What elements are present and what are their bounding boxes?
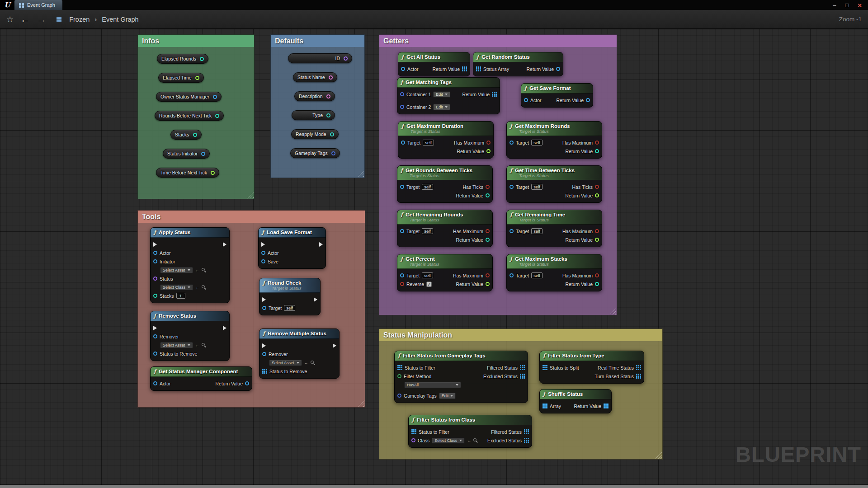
exec-pin[interactable] xyxy=(153,242,157,247)
object-pin[interactable] xyxy=(201,152,205,156)
object-pin[interactable] xyxy=(400,273,404,277)
object-pin[interactable] xyxy=(524,98,528,102)
variable-node-time-before-next-tick[interactable]: Time Before Next Tick xyxy=(156,168,219,178)
variable-node-gameplay-tags[interactable]: Gameplay Tags xyxy=(290,148,340,158)
browse-icon[interactable] xyxy=(311,361,315,365)
edit-button[interactable]: Edit xyxy=(439,393,456,399)
struct-pin[interactable] xyxy=(400,92,404,96)
exec-pin[interactable] xyxy=(262,297,266,302)
node-round-check[interactable]: ƒRound CheckTarget is StatusTargetself xyxy=(259,278,321,315)
exec-pin[interactable] xyxy=(223,242,226,247)
node-filter-status-from-class[interactable]: ƒFilter Status from ClassStatus to Filte… xyxy=(408,415,532,448)
tab-event-graph[interactable]: Event Graph xyxy=(14,0,62,10)
class-pin[interactable] xyxy=(153,277,157,281)
array-pin[interactable] xyxy=(604,404,609,408)
variable-node-owner-status-manager[interactable]: Owner Status Manager xyxy=(156,92,222,102)
array-pin[interactable] xyxy=(462,66,467,71)
exec-pin[interactable] xyxy=(262,343,266,348)
array-pin[interactable] xyxy=(262,369,267,374)
object-pin[interactable] xyxy=(586,98,590,102)
object-pin[interactable] xyxy=(153,381,157,385)
id-pin[interactable] xyxy=(344,56,348,61)
int-pin[interactable] xyxy=(153,294,157,298)
bool-pin[interactable] xyxy=(595,229,599,233)
object-pin[interactable] xyxy=(401,67,405,71)
array-pin[interactable] xyxy=(476,66,481,71)
variable-node-reapply-mode[interactable]: Reapply Mode xyxy=(291,129,339,139)
array-pin[interactable] xyxy=(524,438,529,443)
variable-node-type[interactable]: Type xyxy=(292,110,335,120)
node-filter-status-from-type[interactable]: ƒFilter Status from TypeStatus to SplitR… xyxy=(539,351,644,384)
select-asset-dropdown[interactable]: Select Asset xyxy=(269,360,302,366)
self-reference-box[interactable]: self xyxy=(531,140,542,145)
select-asset-dropdown[interactable]: Select Asset xyxy=(160,342,193,348)
bool-pin[interactable] xyxy=(486,229,490,233)
select-class-dropdown[interactable]: Select Class xyxy=(432,437,465,444)
text-pin[interactable] xyxy=(329,75,333,80)
bool-pin[interactable] xyxy=(400,282,404,286)
byte-pin[interactable] xyxy=(397,374,401,378)
array-pin[interactable] xyxy=(492,92,497,97)
object-pin[interactable] xyxy=(153,334,157,338)
checkbox[interactable]: ✓ xyxy=(426,282,432,287)
node-get-remaining-rounds[interactable]: ƒGet Remaining RoundsTarget is StatusTar… xyxy=(397,210,493,247)
object-pin[interactable] xyxy=(213,95,217,99)
exec-pin[interactable] xyxy=(314,297,317,302)
object-pin[interactable] xyxy=(509,229,514,233)
int-pin[interactable] xyxy=(486,238,490,242)
int-pin[interactable] xyxy=(595,149,599,153)
array-pin[interactable] xyxy=(520,374,525,379)
back-arrow-icon[interactable]: ← xyxy=(20,14,30,25)
self-reference-box[interactable]: self xyxy=(284,305,295,311)
variable-node-elapsed-time[interactable]: Elapsed Time xyxy=(158,73,204,83)
int-pin[interactable] xyxy=(200,57,204,61)
self-reference-box[interactable]: self xyxy=(531,228,542,234)
float-pin[interactable] xyxy=(195,76,199,80)
node-get-random-status[interactable]: ƒGet Random StatusStatus ArrayReturn Val… xyxy=(473,52,563,76)
exec-pin[interactable] xyxy=(261,242,265,247)
browse-icon[interactable] xyxy=(202,268,206,272)
edit-button[interactable]: Edit xyxy=(433,91,450,98)
object-pin[interactable] xyxy=(153,259,157,263)
struct-pin[interactable] xyxy=(400,105,404,109)
variable-node-rounds-before-next-tick[interactable]: Rounds Before Next Tick xyxy=(155,111,224,121)
use-selected-icon[interactable]: ← xyxy=(304,361,308,365)
bool-pin[interactable] xyxy=(595,273,599,277)
object-pin[interactable] xyxy=(261,259,265,263)
struct-pin[interactable] xyxy=(331,151,335,155)
use-selected-icon[interactable]: ← xyxy=(467,438,471,443)
node-get-matching-tags[interactable]: ƒGet Matching TagsContainer 1EditReturn … xyxy=(397,77,500,114)
browse-icon[interactable] xyxy=(202,343,206,347)
object-pin[interactable] xyxy=(261,251,265,255)
enum-pin[interactable] xyxy=(330,132,334,136)
node-get-time-between-ticks[interactable]: ƒGet Time Between TicksTarget is StatusT… xyxy=(506,165,602,203)
close-button[interactable]: × xyxy=(858,1,862,9)
object-pin[interactable] xyxy=(509,273,514,277)
node-filter-status-from-gameplay-tags[interactable]: ƒFilter Status from Gameplay TagsStatus … xyxy=(394,351,528,403)
dropdown-dropdown[interactable]: HasAll xyxy=(404,382,461,388)
bool-pin[interactable] xyxy=(486,141,491,145)
object-pin[interactable] xyxy=(556,67,560,71)
exec-pin[interactable] xyxy=(223,326,226,330)
use-selected-icon[interactable]: ← xyxy=(195,285,199,290)
exec-pin[interactable] xyxy=(319,242,323,247)
variable-node-description[interactable]: Description xyxy=(294,91,335,101)
exec-pin[interactable] xyxy=(333,343,336,348)
node-remove-multiple-status[interactable]: ƒRemove Multiple StatusRemoverSelect Ass… xyxy=(259,328,340,379)
breadcrumb-root[interactable]: Frozen xyxy=(69,16,90,23)
browse-icon[interactable] xyxy=(202,285,206,290)
variable-node-elapsed-rounds[interactable]: Elapsed Rounds xyxy=(157,54,208,64)
self-reference-box[interactable]: self xyxy=(423,140,434,145)
self-reference-box[interactable]: self xyxy=(531,184,542,190)
node-get-maximum-stacks[interactable]: ƒGet Maximum StacksTarget is StatusTarge… xyxy=(506,254,602,291)
bool-pin[interactable] xyxy=(486,185,490,189)
int-pin[interactable] xyxy=(595,282,599,286)
text-pin[interactable] xyxy=(326,94,330,99)
object-pin[interactable] xyxy=(509,141,514,145)
class-pin[interactable] xyxy=(411,438,415,442)
default-value-input[interactable]: 1 xyxy=(176,293,185,299)
node-get-remaining-time[interactable]: ƒGet Remaining TimeTarget is StatusTarge… xyxy=(506,210,602,247)
object-pin[interactable] xyxy=(400,185,404,189)
use-selected-icon[interactable]: ← xyxy=(195,268,199,272)
object-pin[interactable] xyxy=(262,352,266,356)
